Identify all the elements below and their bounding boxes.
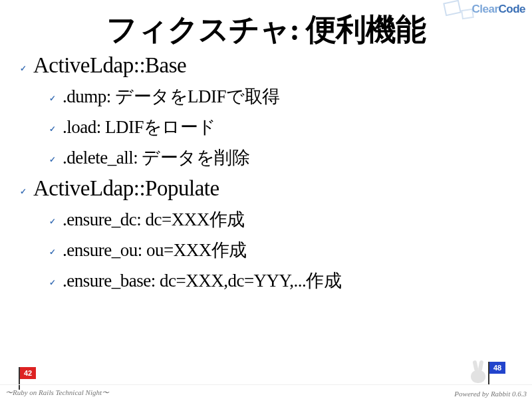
check-icon: ✓: [20, 64, 27, 73]
logo-text-left: Clear: [471, 3, 498, 15]
logo-text-right: Code: [499, 3, 526, 15]
bullet-list: ✓ ActiveLdap::Base ✓ .dump: データをLDIFで取得 …: [16, 53, 516, 293]
check-icon: ✓: [49, 124, 56, 134]
check-icon: ✓: [49, 217, 56, 226]
item-label: .dump: データをLDIFで取得: [63, 84, 280, 108]
flag-number: 48: [489, 362, 505, 374]
slide-title: フィクスチャ: 便利機能: [16, 9, 516, 51]
rabbit-icon: [467, 362, 491, 386]
check-icon: ✓: [49, 278, 56, 287]
check-icon: ✓: [49, 155, 56, 164]
list-item: ✓ .dump: データをLDIFで取得: [49, 84, 516, 108]
list-item: ✓ ActiveLdap::Populate ✓ .ensure_dc: dc=…: [20, 176, 516, 293]
progress-flag-total: 48: [488, 362, 505, 382]
item-label: .ensure_ou: ou=XXX作成: [63, 238, 247, 262]
item-label: .load: LDIFをロード: [63, 115, 216, 139]
check-icon: ✓: [20, 187, 27, 196]
list-item: ✓ .ensure_ou: ou=XXX作成: [49, 238, 516, 262]
list-item: ✓ .ensure_base: dc=XXX,dc=YYY,...作成: [49, 269, 516, 293]
check-icon: ✓: [49, 94, 56, 103]
item-label: .ensure_base: dc=XXX,dc=YYY,...作成: [63, 269, 341, 293]
item-label: ActiveLdap::Base: [33, 53, 186, 78]
footer-left: 〜Ruby on Rails Technical Night〜: [5, 388, 109, 398]
item-label: ActiveLdap::Populate: [33, 176, 219, 201]
item-label: .delete_all: データを削除: [63, 146, 249, 170]
item-label: .ensure_dc: dc=XXX作成: [63, 207, 245, 231]
brand-logo: ClearCode: [471, 3, 525, 16]
footer-right: Powered by Rabbit 0.6.3: [454, 390, 527, 398]
list-item: ✓ .load: LDIFをロード: [49, 115, 516, 139]
flag-number: 42: [20, 367, 36, 379]
list-item: ✓ .delete_all: データを削除: [49, 146, 516, 170]
list-item: ✓ ActiveLdap::Base ✓ .dump: データをLDIFで取得 …: [20, 53, 516, 170]
slide: ClearCode フィクスチャ: 便利機能 ✓ ActiveLdap::Bas…: [0, 0, 532, 399]
list-item: ✓ .ensure_dc: dc=XXX作成: [49, 207, 516, 231]
sub-list: ✓ .ensure_dc: dc=XXX作成 ✓ .ensure_ou: ou=…: [49, 207, 516, 293]
footer: 〜Ruby on Rails Technical Night〜 Powered …: [0, 384, 532, 399]
check-icon: ✓: [49, 247, 56, 257]
sub-list: ✓ .dump: データをLDIFで取得 ✓ .load: LDIFをロード ✓…: [49, 84, 516, 170]
